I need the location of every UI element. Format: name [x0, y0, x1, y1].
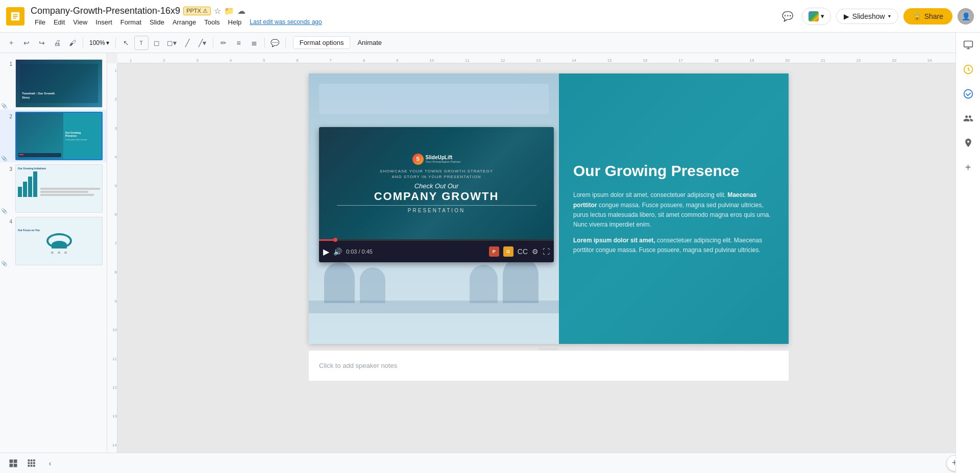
cc-button[interactable]: CC	[518, 247, 528, 256]
redo-button[interactable]: ↪	[35, 36, 49, 50]
slideshow-button[interactable]: ▶ Slideshow ▾	[836, 9, 898, 24]
svg-rect-7	[28, 459, 30, 461]
chat-button[interactable]: 💬	[778, 7, 797, 26]
ruler-mark: 3	[197, 58, 199, 63]
add-button[interactable]: ＋	[4, 36, 18, 50]
slide-number-4: 4	[4, 217, 12, 225]
menu-insert[interactable]: Insert	[91, 17, 116, 27]
notes-placeholder: Click to add speaker notes	[319, 362, 397, 369]
align-right-tool[interactable]: ≣	[247, 36, 261, 50]
share-label: Share	[924, 12, 943, 20]
slide-pin-1: 📎	[1, 103, 7, 109]
slide-canvas[interactable]: S SlideUpLift Your Presentation Partner …	[309, 73, 789, 344]
slide-item-1[interactable]: 1 Townhall : Our GrowthStory 📎	[0, 57, 107, 110]
video-progress-indicator	[333, 238, 337, 242]
select-tool[interactable]: ↖	[119, 36, 133, 50]
app-logo[interactable]	[6, 7, 24, 26]
line-tool[interactable]: ╱	[180, 36, 194, 50]
animate-button[interactable]: Animate	[351, 37, 388, 48]
slide-right-panel: Our Growing Presence Lorem ipsum dolor s…	[559, 73, 789, 344]
svg-rect-15	[33, 465, 35, 467]
cloud-icon[interactable]: ☁	[237, 6, 246, 16]
main-area: 1 Townhall : Our GrowthStory 📎 2	[0, 53, 980, 453]
slide-item-2[interactable]: 2 Our GrowingPresence Lorem ipsum dolor …	[0, 110, 107, 162]
doc-title-area: Company-Growth-Presentation-16x9 PPTX ⚠ …	[31, 6, 322, 27]
ruler-mark: 22	[856, 58, 861, 63]
video-check-out: Check Out Our	[414, 182, 459, 190]
ruler-mark: 13	[536, 58, 541, 63]
toolbar: ＋ ↩ ↪ 🖨 🖌 100% ▾ ↖ T ◻ ◻▾ ╱ ╱▾ ✏ ≡ ≣ 💬 F…	[0, 33, 980, 53]
grid-view-btn[interactable]	[24, 456, 39, 470]
ruler-mark: 11	[465, 58, 470, 63]
menu-edit[interactable]: Edit	[50, 17, 69, 27]
ruler-mark-v: 8	[115, 270, 117, 275]
panel-icon-check[interactable]	[960, 86, 976, 102]
slide-panel: 1 Townhall : Our GrowthStory 📎 2	[0, 53, 107, 453]
volume-button[interactable]: 🔊	[333, 247, 342, 256]
svg-rect-13	[28, 465, 30, 467]
body-p1: Lorem ipsum dolor sit amet, consectetuer…	[573, 191, 727, 198]
user-avatar[interactable]: 👤	[958, 8, 974, 24]
menu-slide[interactable]: Slide	[145, 17, 168, 27]
svg-point-2	[964, 90, 972, 98]
fullscreen-button[interactable]: ⛶	[543, 247, 550, 256]
separator1	[83, 38, 83, 48]
ruler-mark: 6	[296, 58, 298, 63]
ruler-mark-v: 12	[112, 385, 117, 390]
zoom-control[interactable]: 100% ▾	[86, 38, 112, 47]
menu-format[interactable]: Format	[116, 17, 145, 27]
ppt-icon: P	[489, 246, 499, 257]
star-icon[interactable]: ☆	[214, 6, 221, 16]
panel-icon-location[interactable]	[960, 135, 976, 151]
line-dropdown[interactable]: ╱▾	[195, 36, 210, 50]
body-p2: Lorem ipsum dolor sit amet, consectetuer…	[573, 236, 774, 255]
video-main-title2: PRESENTATION	[408, 208, 465, 213]
video-content: S SlideUpLift Your Presentation Partner …	[319, 127, 554, 239]
svg-rect-6	[14, 463, 17, 467]
svg-rect-9	[33, 459, 35, 461]
body-p2-bold: Lorem ipsum dolor sit amet,	[573, 237, 655, 244]
slide-view-btn[interactable]	[6, 456, 20, 470]
print-button[interactable]: 🖨	[50, 36, 64, 50]
speaker-notes[interactable]: Click to add speaker notes	[309, 350, 789, 381]
ruler-mark: 18	[714, 58, 719, 63]
pen-tool[interactable]: ✏	[216, 36, 231, 50]
ruler-mark: 9	[396, 58, 398, 63]
paint-format-button[interactable]: 🖌	[65, 36, 80, 50]
panel-icon-people[interactable]	[960, 110, 976, 127]
separator3	[213, 38, 213, 48]
menu-view[interactable]: View	[69, 17, 91, 27]
undo-button[interactable]: ↩	[19, 36, 34, 50]
panel-icon-add[interactable]: +	[960, 159, 976, 176]
collapse-sidebar-btn[interactable]: ‹	[43, 456, 57, 470]
svg-rect-3	[10, 459, 13, 463]
format-options-button[interactable]: Format options	[293, 36, 351, 49]
video-controls-right: P G CC ⚙ ⛶	[489, 246, 550, 257]
slide-body-text: Lorem ipsum dolor sit amet, consectetuer…	[573, 190, 774, 255]
ruler-mark: 8	[363, 58, 365, 63]
meet-button[interactable]: ▾	[802, 8, 831, 25]
menu-arrange[interactable]: Arrange	[168, 17, 200, 27]
top-ruler: 1 2 3 4 5 6 7 8 9 10 11 12 13 14 15 16 1	[117, 53, 980, 63]
play-button[interactable]: ▶	[323, 247, 329, 257]
settings-button[interactable]: ⚙	[532, 247, 538, 256]
video-player[interactable]: S SlideUpLift Your Presentation Partner …	[319, 127, 554, 262]
menu-file[interactable]: File	[31, 17, 50, 27]
align-left-tool[interactable]: ≡	[232, 36, 246, 50]
folder-icon[interactable]: 📁	[224, 6, 234, 16]
text-tool[interactable]: T	[134, 36, 149, 50]
slide-item-3[interactable]: 3 Our Growing Initiatives 📎	[0, 162, 107, 215]
last-edit-link[interactable]: Last edit was seconds ago	[250, 18, 322, 26]
menu-help[interactable]: Help	[224, 17, 246, 27]
menu-tools[interactable]: Tools	[200, 17, 224, 27]
slide-item-4[interactable]: 4 Our Focus on You ☺ ☺ ☺ 📎	[0, 215, 107, 267]
panel-icon-explore[interactable]	[960, 61, 976, 78]
slide-number-2: 2	[4, 112, 12, 119]
svg-rect-11	[31, 462, 33, 464]
comment-tool[interactable]: 💬	[268, 36, 282, 50]
video-progress-bar[interactable]	[319, 239, 554, 241]
slide-pin-3: 📎	[1, 208, 7, 214]
shape-dropdown[interactable]: ◻▾	[165, 36, 179, 50]
shape-tool[interactable]: ◻	[150, 36, 164, 50]
share-button[interactable]: 🔒 Share	[903, 8, 952, 24]
